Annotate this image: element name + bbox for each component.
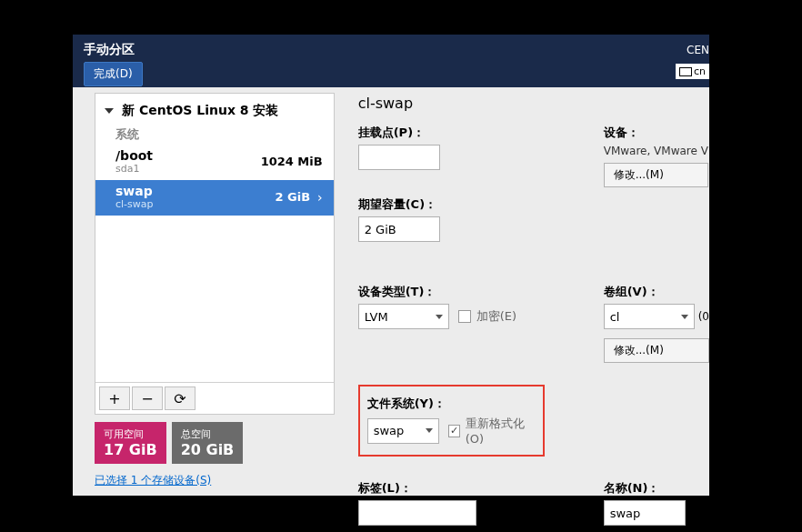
refresh-button[interactable]: ⟳ [165, 386, 195, 410]
desired-capacity-input[interactable] [358, 216, 440, 242]
storage-devices-link[interactable]: 已选择 1 个存储设备(S) [95, 473, 335, 488]
total-space-value: 20 GiB [181, 441, 235, 458]
vg-extra: (0 [698, 310, 709, 323]
install-header: 新 CentOS Linux 8 安装 [122, 103, 278, 117]
filesystem-value: swap [374, 424, 405, 437]
install-header-row[interactable]: 新 CentOS Linux 8 安装 [95, 94, 334, 123]
vg-select[interactable]: cl [604, 304, 695, 329]
space-summary: 可用空间 17 GiB 总空间 20 GiB [95, 422, 335, 464]
device-type-value: LVM [365, 310, 388, 324]
name-label: 名称(N)： [604, 480, 686, 497]
mountpoint-group: 挂载点(P)： [358, 125, 558, 187]
mount-name: /boot [115, 148, 153, 163]
mount-device: sda1 [115, 163, 153, 175]
add-mount-button[interactable]: + [99, 386, 130, 410]
chevron-down-icon [426, 428, 433, 433]
name-input[interactable] [604, 500, 686, 526]
mountpoint-label: 挂载点(P)： [358, 125, 558, 141]
label-input[interactable] [358, 500, 476, 526]
chevron-down-icon [681, 315, 688, 319]
header: 手动分区 完成(D) CEN cn [73, 35, 709, 87]
reformat-checkbox-row[interactable]: 重新格式化(O) [448, 416, 531, 446]
device-type-label: 设备类型(T)： [358, 284, 558, 300]
collapse-icon [105, 108, 114, 114]
name-group: 名称(N)： [604, 480, 686, 526]
mountpoint-input[interactable] [358, 145, 440, 170]
mount-size: 1024 MiB [261, 155, 323, 168]
available-space-value: 17 GiB [104, 441, 157, 458]
total-space-box: 总空间 20 GiB [172, 422, 244, 464]
installer-screen: 手动分区 完成(D) CEN cn 新 CentOS Linux 8 安装 系统… [73, 35, 709, 496]
device-value: VMware, VMware V [604, 145, 708, 157]
label-group: 标签(L)： [358, 480, 558, 526]
device-type-group: 设备类型(T)： LVM 加密(E) [358, 284, 558, 363]
done-button[interactable]: 完成(D) [84, 62, 143, 86]
left-panel: 新 CentOS Linux 8 安装 系统 /boot sda1 1024 M… [73, 87, 342, 496]
device-modify-button[interactable]: 修改...(M) [604, 163, 708, 187]
vg-value: cl [610, 310, 620, 324]
device-type-select[interactable]: LVM [358, 304, 449, 329]
reformat-label: 重新格式化(O) [466, 416, 532, 446]
available-space-box: 可用空间 17 GiB [95, 422, 166, 464]
partition-title: cl-swap [358, 95, 709, 115]
mount-row-swap[interactable]: swap cl-swap 2 GiB › [95, 180, 334, 216]
chevron-down-icon [436, 315, 443, 319]
desired-capacity-group: 期望容量(C)： [358, 196, 558, 242]
filesystem-label: 文件系统(Y)： [367, 396, 532, 412]
total-space-label: 总空间 [181, 427, 235, 441]
distro-label: CEN [687, 44, 709, 56]
filesystem-select[interactable]: swap [367, 418, 440, 444]
mount-name: swap [115, 184, 154, 198]
page-title: 手动分区 [84, 42, 698, 58]
chevron-right-icon: › [317, 190, 323, 205]
mount-row-boot[interactable]: /boot sda1 1024 MiB [95, 145, 334, 180]
available-space-label: 可用空间 [104, 427, 157, 441]
device-group: 设备： VMware, VMware V 修改...(M) [604, 125, 708, 187]
reformat-checkbox[interactable] [448, 425, 459, 437]
encrypt-checkbox-row[interactable]: 加密(E) [458, 308, 516, 325]
vg-label: 卷组(V)： [604, 284, 709, 300]
system-section-label: 系统 [95, 123, 334, 145]
mount-size: 2 GiB [275, 190, 310, 204]
device-label: 设备： [604, 125, 708, 141]
body: 新 CentOS Linux 8 安装 系统 /boot sda1 1024 M… [73, 87, 709, 496]
remove-mount-button[interactable]: − [132, 386, 163, 410]
right-panel: cl-swap 挂载点(P)： 设备： VMware, VMware V 修改.… [342, 87, 709, 496]
desired-capacity-label: 期望容量(C)： [358, 196, 558, 213]
vg-modify-button[interactable]: 修改...(M) [604, 338, 709, 363]
filesystem-highlight: 文件系统(Y)： swap 重新格式化(O) [358, 385, 545, 457]
list-toolbar: + − ⟳ [95, 382, 334, 414]
label-label: 标签(L)： [358, 480, 558, 497]
vg-group: 卷组(V)： cl (0 修改...(M) [604, 284, 709, 363]
mount-device: cl-swap [115, 198, 154, 210]
keyboard-icon [679, 67, 692, 76]
encrypt-checkbox[interactable] [458, 310, 471, 323]
mount-list: 新 CentOS Linux 8 安装 系统 /boot sda1 1024 M… [95, 93, 335, 415]
encrypt-label: 加密(E) [476, 308, 516, 325]
keyboard-indicator[interactable]: cn [676, 64, 709, 79]
